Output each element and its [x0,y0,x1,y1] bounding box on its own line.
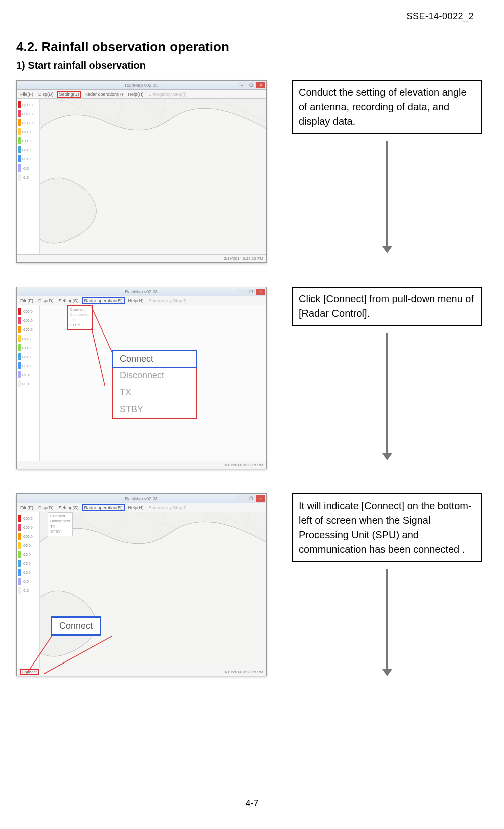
minimize-button[interactable]: – [237,495,246,502]
menu-radar[interactable]: Radar operation(R) [82,297,125,304]
row-1: RainMap v02.03 – ▢ × File(F) Disp(D) Set… [16,80,474,263]
maximize-button[interactable]: ▢ [247,82,256,88]
palette-swatch [18,542,21,549]
palette-label: >200.0 [22,103,33,107]
palette-label: >1.0 [22,589,29,592]
status-right: 3/19/2014 6:28:15 PM [224,463,263,467]
palette-item: >5.0 [18,371,38,379]
map-area[interactable] [40,99,266,254]
palette-item: >200.0 [18,307,38,315]
palette-item: >150.0 [18,316,38,324]
menu-item-tx[interactable]: TX [113,384,196,401]
palette-swatch [18,326,21,333]
menu-file[interactable]: File(F) [19,91,35,97]
palette-swatch [18,569,21,576]
menubar: File(F) Disp(D) Setting(S) Radar operati… [17,90,266,99]
map-area[interactable] [40,512,266,668]
palette-label: >20.0 [22,355,31,359]
minimize-button[interactable]: – [237,289,246,295]
palette-label: >150.0 [22,319,33,322]
palette-item: >1.0 [18,586,38,594]
palette-swatch [18,174,21,181]
right-column-1: Conduct the setting of elevation angle o… [292,80,482,253]
arrow-down-1 [382,141,392,253]
menu-radar[interactable]: Radar operation(R) [83,91,125,97]
dropdown-item: TX [70,318,90,323]
titlebar: RainMap v02.03 – ▢ × [17,494,266,503]
menu-help[interactable]: Help(H) [127,298,145,304]
palette-swatch [18,344,21,351]
menu-item-stby[interactable]: STBY [113,401,196,418]
status-left: Connect [20,669,39,675]
menu-item-disconnect[interactable]: Disconnect [113,367,196,384]
right-column-3: It will indicate [Connect] on the bottom… [292,493,482,676]
menubar: File(F) Disp(D) Setting(S) Radar operati… [17,503,266,512]
palette-label: >200.0 [22,310,33,313]
window-title: RainMap v02.03 [125,83,158,88]
dropdown-item: Connect [50,514,70,519]
palette-item: >200.0 [18,514,38,522]
menu-disp[interactable]: Disp(D) [37,505,55,511]
palette-swatch [18,371,21,378]
palette-item: >20.0 [18,146,38,154]
palette-swatch [18,128,21,135]
menu-disp[interactable]: Disp(D) [37,298,55,304]
palette-label: >100.0 [22,328,33,331]
menu-help[interactable]: Help(H) [127,91,145,97]
document-id: SSE-14-0022_2 [406,11,474,22]
menu-disp[interactable]: Disp(D) [37,91,55,97]
menu-emergency[interactable]: Emergency Stop(!) [147,298,188,304]
palette-label: >30.0 [22,346,31,350]
menubar: File(F) Disp(D) Setting(S) Radar operati… [17,296,266,305]
palette-swatch [18,560,21,567]
app-window-1: RainMap v02.03 – ▢ × File(F) Disp(D) Set… [16,80,267,263]
palette-item: >100.0 [18,532,38,540]
palette-item: >30.0 [18,344,38,352]
maximize-button[interactable]: ▢ [247,495,256,502]
palette-item: >5.0 [18,164,38,172]
color-palette: >200.0>150.0>100.0>50.0>30.0>20.0>10.0>5… [17,99,40,254]
palette-swatch [18,515,21,522]
close-button[interactable]: × [256,495,265,502]
palette-label: >100.0 [22,121,33,125]
palette-swatch [18,146,21,153]
minimize-button[interactable]: – [237,82,246,88]
palette-item: >5.0 [18,577,38,585]
palette-label: >50.0 [22,130,31,134]
palette-swatch [18,587,21,594]
palette-label: >150.0 [22,112,33,116]
close-button[interactable]: × [256,289,265,295]
dropdown-preview: Connect Disconnect TX STBY [67,305,93,330]
radar-dropdown-menu: Connect Disconnect TX STBY [112,350,197,419]
palette-label: >5.0 [22,167,29,170]
menu-file[interactable]: File(F) [19,298,35,304]
palette-item: >30.0 [18,137,38,145]
palette-item: >30.0 [18,550,38,558]
app-body: >200.0>150.0>100.0>50.0>30.0>20.0>10.0>5… [17,99,266,254]
dropdown-item: TX [50,524,70,529]
palette-item: >10.0 [18,155,38,163]
titlebar: RainMap v02.03 – ▢ × [17,287,266,296]
menu-emergency[interactable]: Emergency Stop(!) [147,505,188,511]
palette-item: >150.0 [18,523,38,531]
menu-setting[interactable]: Setting(S) [57,505,80,511]
menu-setting[interactable]: Setting(S) [57,91,81,98]
info-box-3: It will indicate [Connect] on the bottom… [292,493,482,562]
row-3: RainMap v02.03 – ▢ × File(F) Disp(D) Set… [16,493,474,676]
statusbar: Connect 3/19/2014 6:28:15 PM [17,668,266,676]
menu-setting[interactable]: Setting(S) [57,298,80,304]
palette-swatch [18,578,21,585]
connect-status-callout: Connect [51,616,101,636]
menu-item-connect[interactable]: Connect [112,350,197,368]
section-heading: 4.2. Rainfall observation operation [16,39,474,55]
palette-swatch [18,362,21,369]
menu-radar[interactable]: Radar operation(R) [82,504,125,511]
menu-help[interactable]: Help(H) [127,505,145,511]
palette-item: >200.0 [18,101,38,109]
menu-file[interactable]: File(F) [19,505,35,511]
menu-emergency[interactable]: Emergency Stop(!) [147,91,188,97]
row-2: RainMap v02.03 – ▢ × File(F) Disp(D) Set… [16,287,474,469]
palette-item: >1.0 [18,173,38,181]
maximize-button[interactable]: ▢ [247,289,256,295]
close-button[interactable]: × [256,82,265,88]
